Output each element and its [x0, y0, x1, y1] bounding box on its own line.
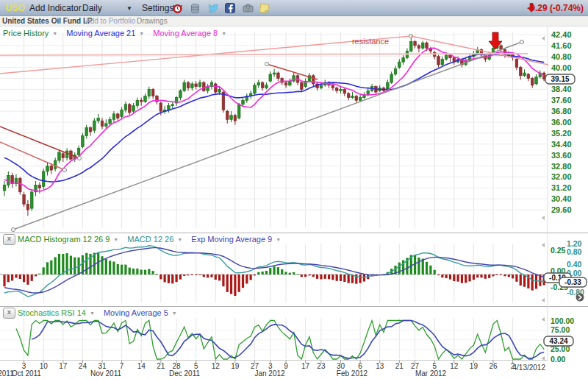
legend-stochastics-rsi[interactable]: Stochastics RSI 14: [18, 308, 86, 317]
price-change-readout: -0.29 (-0.74%): [527, 3, 584, 13]
macd-axis-expand-button: [576, 294, 584, 302]
alert-clock-icon[interactable]: [172, 3, 183, 14]
chevron-down-icon[interactable]: ▼: [177, 237, 182, 242]
svg-text:Feb 2012: Feb 2012: [337, 369, 368, 378]
snapshot-camera-icon[interactable]: [243, 3, 254, 14]
svg-text:29.60: 29.60: [551, 205, 572, 214]
subtitle-bar: United States Oil Fund LP Add to Portfol…: [0, 16, 588, 26]
svg-text:30.40: 30.40: [551, 194, 572, 203]
svg-text:23: 23: [317, 362, 326, 370]
svg-text:41.60: 41.60: [551, 41, 572, 50]
svg-text:38.40: 38.40: [551, 85, 572, 93]
svg-text:13: 13: [376, 362, 384, 370]
svg-text:Dec 2011: Dec 2011: [169, 369, 201, 378]
twitter-icon[interactable]: [207, 3, 218, 14]
drawings-menu[interactable]: Drawings: [137, 17, 168, 25]
svg-text:4/13/2012: 4/13/2012: [513, 364, 546, 372]
svg-text:-0.33: -0.33: [564, 278, 581, 286]
svg-text:39.15: 39.15: [551, 75, 569, 83]
facebook-icon[interactable]: [225, 3, 236, 14]
svg-text:Oct 2011: Oct 2011: [12, 369, 41, 378]
settings-button[interactable]: Settings: [142, 3, 173, 13]
svg-text:0.25: 0.25: [551, 246, 566, 255]
axis-scroll-handles: [542, 36, 545, 361]
chevron-down-icon[interactable]: ▼: [139, 31, 144, 36]
svg-text:100.00: 100.00: [551, 316, 574, 325]
svg-text:14: 14: [137, 362, 146, 370]
svg-text:33.60: 33.60: [551, 151, 572, 160]
svg-text:19: 19: [470, 362, 478, 370]
svg-text:26: 26: [489, 362, 498, 370]
legend-macd-histogram[interactable]: MACD Histogram 12 26 9: [18, 235, 110, 244]
svg-text:75.00: 75.00: [551, 325, 570, 334]
svg-text:40.00: 40.00: [551, 63, 572, 72]
axis-labels: 42.4041.6040.8040.0038.4037.6036.8036.00…: [0, 30, 584, 378]
add-to-portfolio-link[interactable]: Add to Portfolio: [85, 17, 135, 25]
legend-macd[interactable]: MACD 12 26: [127, 235, 173, 244]
period-dropdown-caret-icon[interactable]: ▼: [126, 5, 132, 12]
legend-moving-average-21[interactable]: Moving Average 21: [66, 29, 135, 38]
svg-text:0.00: 0.00: [551, 355, 566, 364]
svg-text:Mar 2012: Mar 2012: [415, 369, 447, 378]
add-indicator-button[interactable]: Add Indicator: [29, 3, 82, 13]
svg-text:12: 12: [212, 362, 220, 370]
svg-text:32.00: 32.00: [551, 172, 572, 181]
svg-text:21: 21: [157, 362, 165, 370]
chart-canvas[interactable]: resistance42.4041.6040.8040.0038.4037.60…: [0, 0, 588, 379]
note-icon[interactable]: [259, 3, 270, 14]
svg-text:resistance: resistance: [352, 37, 389, 46]
svg-text:Nov 2011: Nov 2011: [90, 369, 122, 378]
toolbar: USO Add Indicator Daily ▼ Settings: [0, 0, 588, 16]
legend-moving-average-5[interactable]: Moving Average 5: [104, 308, 168, 317]
legend-exp-moving-average[interactable]: Exp Moving Average 9: [191, 235, 272, 244]
svg-text:37.60: 37.60: [551, 96, 572, 105]
svg-text:0.80: 0.80: [567, 247, 582, 256]
svg-text:36.80: 36.80: [551, 107, 572, 116]
portfolio-coins-icon[interactable]: [190, 3, 201, 14]
svg-text:12: 12: [450, 362, 459, 370]
price-panel-legend: Price History▼ Moving Average 21▼ Moving…: [3, 29, 233, 38]
svg-text:40.80: 40.80: [551, 52, 572, 61]
svg-text:19: 19: [231, 362, 240, 370]
svg-text:24: 24: [79, 362, 87, 370]
chevron-down-icon[interactable]: ▼: [52, 31, 57, 36]
chevron-down-icon[interactable]: ▼: [221, 31, 226, 36]
symbol-logo: USO: [6, 3, 25, 13]
chevron-down-icon[interactable]: ▼: [113, 237, 118, 242]
legend-moving-average-8[interactable]: Moving Average 8: [153, 29, 218, 38]
legend-price-history[interactable]: Price History: [3, 29, 49, 38]
chevron-down-icon[interactable]: ▼: [172, 311, 177, 316]
svg-text:42.40: 42.40: [551, 30, 572, 39]
svg-text:17: 17: [301, 362, 310, 370]
svg-text:34.40: 34.40: [551, 140, 572, 149]
svg-text:36.00: 36.00: [551, 118, 572, 127]
stoch-panel-legend: Stochastics RSI 14▼ Moving Average 5▼: [18, 308, 184, 317]
svg-text:21: 21: [395, 362, 404, 370]
period-dropdown[interactable]: Daily: [82, 3, 102, 13]
stoch-panel-close-button[interactable]: X: [3, 308, 15, 319]
macd-panel-close-button[interactable]: X: [3, 234, 15, 245]
svg-text:35.20: 35.20: [551, 129, 572, 138]
instrument-full-name: United States Oil Fund LP: [2, 17, 93, 25]
chevron-down-icon[interactable]: ▼: [276, 237, 281, 242]
svg-text:32.80: 32.80: [551, 162, 572, 171]
stock-chart-app: { "toolbar": { "symbol": "USO", "add_ind…: [0, 0, 588, 379]
svg-text:Jan 2012: Jan 2012: [254, 369, 285, 378]
svg-text:31.20: 31.20: [551, 183, 572, 192]
svg-text:0.40: 0.40: [567, 260, 582, 269]
chevron-down-icon[interactable]: ▼: [90, 311, 95, 316]
svg-text:17: 17: [59, 362, 68, 370]
macd-panel-legend: MACD Histogram 12 26 9▼ MACD 12 26▼ Exp …: [18, 235, 287, 244]
svg-text:43.24: 43.24: [549, 337, 567, 345]
